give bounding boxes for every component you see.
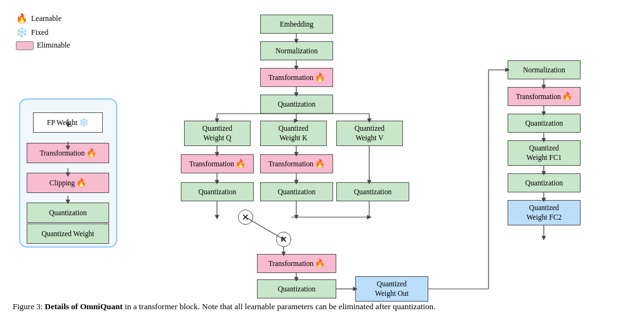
flame-icon-right: 🔥	[562, 91, 572, 102]
multiply-circle-1: ✕	[238, 210, 253, 225]
transform-K-box: Transformation 🔥	[260, 154, 333, 173]
quant-mid-label: Quantization	[278, 284, 315, 294]
caption-prefix: Figure 3:	[13, 302, 45, 311]
caption-suffix: in a transformer block. Note that all le…	[122, 302, 435, 311]
fp-weight-group: FP Weight ❄️ Transformation 🔥 Clipping 🔥…	[19, 98, 117, 248]
norm-top-box: Normalization	[260, 41, 333, 60]
legend-learnable: 🔥 Learnable	[16, 13, 70, 24]
flame-icon-K: 🔥	[315, 159, 325, 170]
qw-fc2-box: QuantizedWeight FC2	[508, 200, 581, 225]
clipping-box: Clipping 🔥	[27, 173, 109, 193]
qwV-box: QuantizedWeight V	[336, 121, 403, 146]
quant-right2-box: Quantization	[508, 173, 581, 192]
fp-weight-box: FP Weight ❄️	[33, 112, 103, 133]
legend-fixed: ❄️ Fixed	[16, 27, 70, 38]
quant-mid-box: Quantization	[257, 279, 336, 298]
diagram-area: 🔥 Learnable ❄️ Fixed Eliminable FP Weigh…	[13, 10, 631, 295]
transform-right-label: Transformation	[516, 92, 561, 102]
qw-out-box: QuantizedWeight Out	[355, 276, 428, 302]
quant-right1-box: Quantization	[508, 114, 581, 133]
transform-top-label: Transformation	[268, 73, 313, 83]
quant-K-box: Quantization	[260, 182, 333, 201]
transform-mid-label: Transformation	[268, 259, 313, 269]
clipping-label: Clipping	[49, 178, 75, 188]
qw-fp-label: Quantized Weight	[42, 229, 95, 239]
transform-Q-label: Transformation	[189, 159, 234, 169]
qwV-label: QuantizedWeight V	[355, 124, 384, 143]
snowflake-icon: ❄️	[79, 117, 89, 128]
norm-top-label: Normalization	[275, 46, 317, 56]
transform-K-label: Transformation	[268, 159, 313, 169]
legend-fixed-label: Fixed	[31, 28, 48, 37]
flame-icon-clip: 🔥	[76, 178, 86, 189]
quant-fp-label: Quantization	[49, 208, 86, 218]
quant-top-label: Quantization	[278, 100, 315, 109]
legend: 🔥 Learnable ❄️ Fixed Eliminable	[16, 13, 70, 50]
transform-mid-box: Transformation 🔥	[257, 254, 336, 273]
embedding-label: Embedding	[280, 20, 313, 29]
qw-fc1-box: QuantizedWeight FC1	[508, 140, 581, 166]
multiply-circle-2: ✕	[276, 232, 291, 247]
quant-top-box: Quantization	[260, 95, 333, 114]
quant-K-label: Quantization	[278, 187, 315, 197]
transform-top-box: Transformation 🔥	[260, 68, 333, 87]
figure-caption: Figure 3: Details of OmniQuant in a tran…	[13, 300, 631, 314]
norm-right-box: Normalization	[508, 60, 581, 79]
flame-icon-fp: 🔥	[86, 148, 96, 159]
quant-Q-box: Quantization	[181, 182, 254, 201]
legend-eliminable-label: Eliminable	[37, 41, 70, 50]
qw-fc1-label: QuantizedWeight FC1	[527, 143, 562, 163]
qwQ-label: QuantizedWeight Q	[202, 124, 232, 143]
quant-right1-label: Quantization	[525, 119, 563, 128]
qwK-label: QuantizedWeight K	[279, 124, 308, 143]
flame-icon-top: 🔥	[315, 72, 325, 83]
fp-weight-label: FP Weight	[47, 118, 77, 128]
qw-out-label: QuantizedWeight Out	[375, 279, 409, 298]
transform-fp-box: Transformation 🔥	[27, 143, 109, 163]
transform-Q-box: Transformation 🔥	[181, 154, 254, 173]
legend-eliminable: Eliminable	[16, 41, 70, 50]
quant-Q-label: Quantization	[199, 187, 236, 197]
flame-icon-Q: 🔥	[235, 159, 246, 170]
norm-right-label: Normalization	[523, 65, 565, 75]
transform-right-box: Transformation 🔥	[508, 87, 581, 106]
qw-fp-box: Quantized Weight	[27, 224, 109, 244]
quant-fp-box: Quantization	[27, 203, 109, 223]
quant-V-box: Quantization	[336, 182, 409, 201]
legend-learnable-label: Learnable	[31, 14, 62, 23]
qwQ-box: QuantizedWeight Q	[184, 121, 251, 146]
embedding-box: Embedding	[260, 15, 333, 34]
qw-fc2-label: QuantizedWeight FC2	[527, 203, 562, 222]
flame-icon-mid: 🔥	[315, 258, 325, 269]
transform-fp-label: Transformation	[39, 149, 84, 158]
caption-bold: Details of OmniQuant	[45, 302, 123, 311]
qwK-box: QuantizedWeight K	[260, 121, 327, 146]
quant-right2-label: Quantization	[525, 178, 563, 188]
quant-V-label: Quantization	[354, 187, 391, 197]
